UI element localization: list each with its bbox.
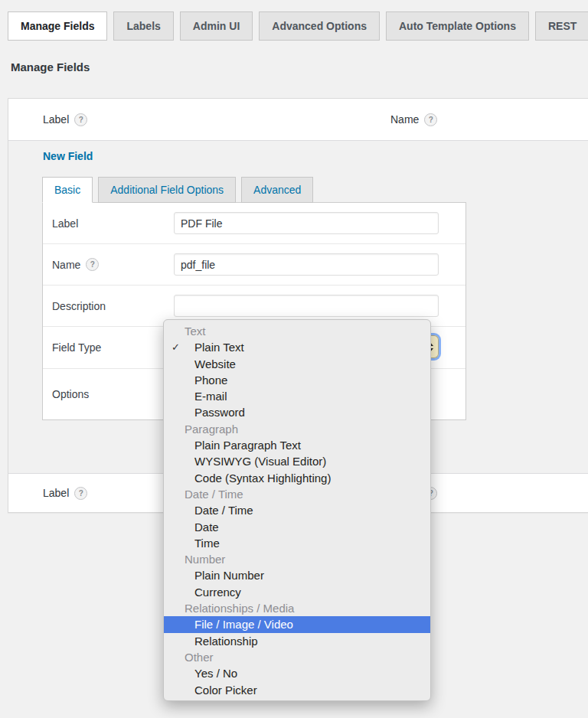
help-icon[interactable]: ?: [74, 487, 87, 500]
form-row-name: Name ?: [43, 244, 466, 286]
top-tab-bar: Manage Fields Labels Admin UI Advanced O…: [8, 11, 588, 41]
label-field-label: Label: [52, 217, 78, 230]
dropdown-option-date[interactable]: Date: [164, 519, 430, 535]
dropdown-option-date-time[interactable]: Date / Time: [164, 502, 430, 518]
column-header-row: Label ? Name ?: [8, 99, 588, 140]
help-icon[interactable]: ?: [424, 113, 437, 126]
label-input[interactable]: [174, 212, 439, 234]
tab-labels[interactable]: Labels: [113, 11, 173, 41]
column-header-label: Label: [43, 113, 69, 126]
field-type-dropdown-menu: Text ✓ Plain Text Website Phone E-mail P…: [163, 319, 431, 701]
dropdown-option-file-image-video[interactable]: File / Image / Video: [164, 616, 430, 632]
description-field-label: Description: [52, 300, 106, 312]
dropdown-option-plain-text[interactable]: ✓ Plain Text: [164, 339, 430, 355]
dropdown-option-wysiwyg[interactable]: WYSIWYG (Visual Editor): [164, 453, 430, 469]
editor-tab-bar: Basic Additional Field Options Advanced: [42, 177, 313, 203]
dropdown-option-plain-number[interactable]: Plain Number: [164, 567, 430, 583]
editor-tab-basic[interactable]: Basic: [42, 177, 93, 203]
dropdown-option-relationship[interactable]: Relationship: [164, 633, 430, 649]
dropdown-option-phone[interactable]: Phone: [164, 372, 430, 388]
dropdown-option-yes-no[interactable]: Yes / No: [164, 665, 430, 681]
dropdown-group-relationships-media: Relationships / Media: [164, 600, 430, 616]
tab-admin-ui[interactable]: Admin UI: [180, 11, 253, 41]
tab-manage-fields[interactable]: Manage Fields: [8, 11, 107, 41]
dropdown-group-number: Number: [164, 551, 430, 567]
name-input[interactable]: [174, 253, 439, 276]
form-row-label: Label: [43, 203, 466, 244]
dropdown-option-code[interactable]: Code (Syntax Highlighting): [164, 470, 430, 486]
name-field-label: Name: [52, 259, 80, 271]
dropdown-option-password[interactable]: Password: [164, 404, 430, 420]
dropdown-option-currency[interactable]: Currency: [164, 584, 430, 600]
dropdown-group-date-time: Date / Time: [164, 486, 430, 502]
help-icon[interactable]: ?: [86, 258, 99, 271]
editor-tab-advanced[interactable]: Advanced: [241, 177, 313, 203]
tab-rest[interactable]: REST: [535, 11, 588, 41]
dropdown-group-other: Other: [164, 649, 430, 665]
field-type-label: Field Type: [52, 341, 101, 354]
options-field-label: Options: [52, 388, 89, 400]
tab-auto-template-options[interactable]: Auto Template Options: [386, 11, 529, 41]
dropdown-option-time[interactable]: Time: [164, 535, 430, 551]
new-field-link[interactable]: New Field: [43, 150, 93, 162]
dropdown-group-paragraph: Paragraph: [164, 421, 430, 437]
dropdown-group-text: Text: [164, 323, 430, 339]
editor-tab-additional-field-options[interactable]: Additional Field Options: [98, 177, 236, 203]
dropdown-option-color-picker[interactable]: Color Picker: [164, 682, 430, 698]
dropdown-option-email[interactable]: E-mail: [164, 388, 430, 404]
dropdown-option-plain-paragraph-text[interactable]: Plain Paragraph Text: [164, 437, 430, 453]
pods-admin-page: Manage Fields Labels Admin UI Advanced O…: [0, 0, 588, 718]
tab-advanced-options[interactable]: Advanced Options: [259, 11, 380, 41]
check-icon: ✓: [172, 339, 180, 355]
help-icon[interactable]: ?: [74, 113, 87, 126]
column-header-name: Name: [390, 113, 419, 126]
description-input[interactable]: [174, 295, 439, 317]
column-header-label: Label: [43, 487, 69, 499]
dropdown-option-website[interactable]: Website: [164, 356, 430, 372]
page-title: Manage Fields: [11, 60, 90, 73]
